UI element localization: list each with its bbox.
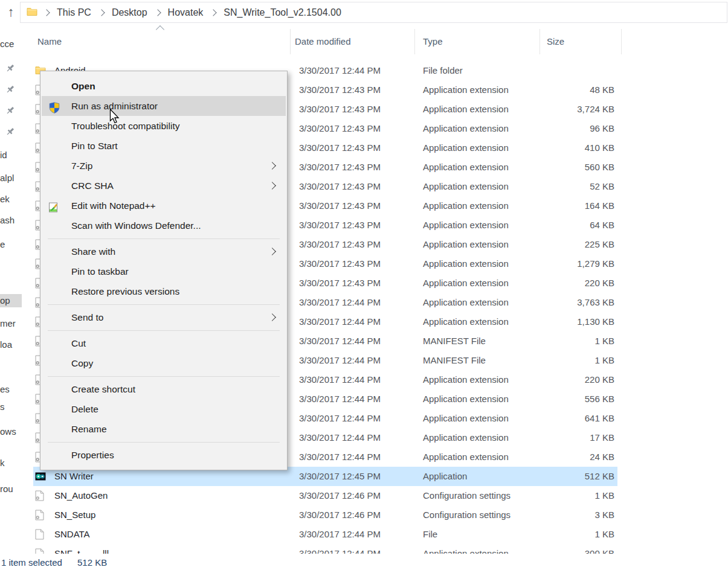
file-type: Application extension	[423, 544, 509, 554]
file-date-modified: 3/30/2017 12:43 PM	[299, 235, 381, 254]
file-size: 24 KB	[498, 447, 614, 467]
sidebar-item-fragment[interactable]: k	[0, 456, 5, 470]
file-date-modified: 3/30/2017 12:46 PM	[299, 505, 381, 525]
file-type: Application extension	[423, 447, 509, 467]
sidebar-item-fragment[interactable]: s	[0, 400, 5, 414]
config-icon	[35, 490, 46, 501]
address-bar[interactable]: This PCDesktopHovatekSN_Write_Tool_v2.15…	[20, 2, 727, 23]
file-type: Application extension	[423, 274, 509, 293]
breadcrumb-segment[interactable]: Desktop	[112, 7, 147, 18]
file-date-modified: 3/30/2017 12:43 PM	[299, 196, 381, 216]
column-header-type[interactable]: Type	[423, 36, 443, 46]
file-date-modified: 3/30/2017 12:43 PM	[299, 177, 381, 196]
menu-item-run-as-administrator[interactable]: Run as administrator	[42, 96, 286, 116]
file-type: Configuration settings	[423, 486, 511, 505]
file-size: 96 KB	[498, 119, 614, 138]
sidebar-item-fragment[interactable]: rou	[0, 482, 13, 496]
sidebar-item-fragment[interactable]: id	[0, 149, 7, 162]
column-separator[interactable]	[290, 29, 291, 54]
sidebar-item-fragment[interactable]: ek	[0, 193, 10, 206]
file-date-modified: 3/30/2017 12:43 PM	[299, 254, 381, 274]
sidebar-item-fragment[interactable]: loa	[0, 338, 12, 351]
column-header-date-modified[interactable]: Date modified	[295, 36, 351, 46]
column-separator[interactable]	[540, 29, 540, 54]
file-date-modified: 3/30/2017 12:44 PM	[299, 428, 381, 447]
sidebar-item-fragment[interactable]: ash	[0, 214, 14, 227]
column-header-name[interactable]: Name	[37, 36, 62, 46]
sort-ascending-icon	[156, 25, 164, 34]
file-row[interactable]: SN_Setup3/30/2017 12:46 PMConfiguration …	[33, 505, 617, 525]
menu-item-cut[interactable]: Cut	[42, 333, 286, 353]
file-row[interactable]: SN_AutoGen3/30/2017 12:46 PMConfiguratio…	[33, 486, 617, 505]
uac-shield-icon	[48, 100, 60, 112]
config-icon	[35, 510, 46, 520]
file-date-modified: 3/30/2017 12:43 PM	[299, 274, 381, 293]
file-row[interactable]: SNF_t lll3/30/2017 12:44 PMApplication e…	[33, 544, 617, 554]
menu-item-label: Pin to Start	[71, 141, 118, 151]
file-type: Application extension	[423, 100, 509, 119]
menu-item-troubleshoot-compatibility[interactable]: Troubleshoot compatibility	[42, 116, 286, 136]
menu-item-label: Send to	[71, 312, 103, 322]
file-type: MANIFEST File	[423, 351, 486, 370]
submenu-chevron-icon	[268, 162, 276, 170]
menu-item-send-to[interactable]: Send to	[42, 307, 286, 327]
file-type: Application extension	[423, 196, 509, 216]
menu-item-create-shortcut[interactable]: Create shortcut	[42, 379, 286, 399]
menu-item-share-with[interactable]: Share with	[42, 242, 286, 261]
file-date-modified: 3/30/2017 12:44 PM	[299, 293, 381, 312]
column-header-size[interactable]: Size	[547, 36, 564, 46]
column-separator[interactable]	[621, 29, 622, 54]
file-row[interactable]: SNDATA3/30/2017 12:44 PMFile1 KB	[33, 525, 617, 544]
menu-item-open[interactable]: Open	[42, 76, 286, 96]
menu-item-copy[interactable]: Copy	[42, 353, 286, 373]
breadcrumb-chevron-icon	[43, 9, 50, 16]
menu-item-scan-with-windows-defender[interactable]: Scan with Windows Defender...	[42, 216, 286, 235]
file-date-modified: 3/30/2017 12:43 PM	[299, 138, 381, 158]
menu-item-7-zip[interactable]: 7-Zip	[42, 156, 286, 176]
menu-item-label: Open	[71, 81, 95, 91]
menu-item-label: Copy	[71, 358, 93, 368]
file-size: 556 KB	[498, 389, 614, 409]
file-date-modified: 3/30/2017 12:43 PM	[299, 216, 381, 235]
breadcrumb-folder-icon	[27, 7, 37, 19]
breadcrumb-segment[interactable]: SN_Write_Tool_v2.1504.00	[224, 7, 341, 18]
breadcrumb-segment[interactable]: Hovatek	[168, 7, 204, 18]
menu-item-pin-to-start[interactable]: Pin to Start	[42, 136, 286, 156]
sidebar-item-fragment[interactable]: es	[0, 383, 10, 396]
column-separator[interactable]	[414, 29, 415, 54]
file-type: Application	[423, 467, 467, 486]
file-type: Application extension	[423, 235, 509, 254]
file-name: SNF_t lll	[54, 544, 109, 554]
sidebar-item-fragment[interactable]: alpl	[0, 171, 14, 185]
file-type: Application extension	[423, 80, 509, 100]
file-date-modified: 3/30/2017 12:43 PM	[299, 80, 381, 100]
menu-item-label: CRC SHA	[71, 181, 114, 191]
menu-item-properties[interactable]: Properties	[42, 445, 286, 465]
file-type: Application extension	[423, 138, 509, 158]
menu-item-label: Rename	[71, 424, 107, 434]
file-date-modified: 3/30/2017 12:43 PM	[299, 158, 381, 177]
menu-item-label: Pin to taskbar	[71, 266, 129, 277]
menu-item-delete[interactable]: Delete	[42, 399, 286, 419]
sidebar-item-fragment[interactable]: ows	[0, 425, 16, 438]
menu-item-restore-previous-versions[interactable]: Restore previous versions	[42, 281, 286, 301]
file-size: 1 KB	[498, 351, 614, 370]
menu-item-crc-sha[interactable]: CRC SHA	[42, 176, 286, 196]
menu-item-label: Properties	[71, 450, 114, 460]
menu-item-pin-to-taskbar[interactable]: Pin to taskbar	[42, 261, 286, 281]
sidebar-item-fragment[interactable]: mer	[0, 317, 16, 330]
sidebar-item-fragment[interactable]: cce	[0, 37, 14, 51]
file-size: 164 KB	[498, 196, 614, 216]
sidebar-item-fragment[interactable]: op	[0, 294, 22, 307]
sidebar-item-fragment[interactable]: e	[0, 238, 5, 251]
menu-item-label: Scan with Windows Defender...	[71, 220, 201, 231]
file-date-modified: 3/30/2017 12:46 PM	[299, 486, 381, 505]
breadcrumb-segment[interactable]: This PC	[57, 7, 91, 18]
file-size: 512 KB	[498, 467, 614, 486]
menu-item-edit-with-notepad[interactable]: Edit with Notepad++	[42, 196, 286, 216]
file-date-modified: 3/30/2017 12:44 PM	[299, 389, 381, 409]
menu-item-label: Cut	[71, 338, 86, 348]
up-arrow-button[interactable]: ↑	[4, 3, 18, 21]
app-icon	[35, 471, 46, 482]
menu-item-rename[interactable]: Rename	[42, 419, 286, 439]
